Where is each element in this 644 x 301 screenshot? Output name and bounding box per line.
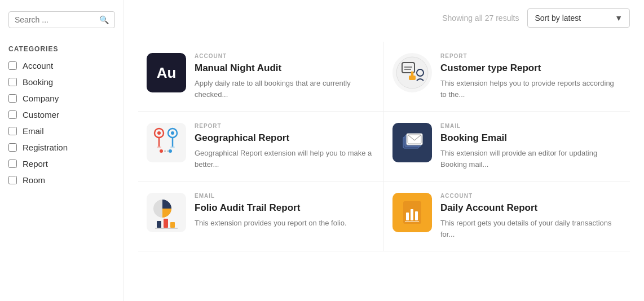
product-name-geographical-report[interactable]: Geographical Report [195, 132, 375, 144]
svg-point-16 [169, 149, 172, 153]
svg-rect-29 [415, 211, 418, 220]
category-checkbox-report[interactable] [8, 160, 17, 168]
search-icon: 🔍 [99, 15, 109, 24]
svg-point-7 [157, 131, 161, 135]
product-grid: AuACCOUNTManual Night AuditApply daily r… [138, 42, 630, 251]
icon-daily-account [392, 193, 432, 232]
categories-list: AccountBookingCompanyCustomerEmailRegist… [8, 61, 115, 185]
product-category-geographical-report: REPORT [195, 123, 375, 129]
product-desc-booking-email: This extension will provide an editor fo… [440, 148, 621, 170]
search-box: 🔍 [8, 11, 115, 28]
results-count: Showing all 27 results [442, 14, 519, 23]
product-desc-daily-account-report: This report gets you details of your dai… [440, 218, 621, 240]
product-info-folio-audit-trail: EMAILFolio Audit Trail ReportThis extens… [195, 193, 375, 229]
svg-rect-24 [170, 222, 175, 228]
icon-booking-email [392, 123, 432, 162]
product-info-customer-type-report: REPORTCustomer type ReportThis extension… [440, 53, 621, 100]
category-label-registration: Registration [23, 143, 68, 152]
svg-point-9 [157, 147, 161, 148]
icon-au: Au [147, 53, 186, 92]
svg-rect-27 [406, 213, 409, 220]
svg-rect-28 [411, 209, 413, 220]
product-info-daily-account-report: ACCOUNTDaily Account ReportThis report g… [440, 193, 621, 240]
product-card-daily-account-report[interactable]: ACCOUNTDaily Account ReportThis report g… [384, 182, 630, 251]
product-desc-folio-audit-trail: This extension provides you report on th… [195, 218, 375, 229]
product-desc-manual-night-audit: Apply daily rate to all bookings that ar… [195, 78, 375, 100]
product-info-booking-email: EMAILBooking EmailThis extension will pr… [440, 123, 621, 170]
svg-rect-23 [164, 219, 168, 228]
product-name-daily-account-report[interactable]: Daily Account Report [440, 202, 621, 214]
sort-select[interactable]: Sort by latest ▼ [527, 8, 630, 28]
product-card-booking-email[interactable]: EMAILBooking EmailThis extension will pr… [384, 112, 630, 182]
product-category-customer-type-report: REPORT [440, 53, 621, 59]
category-label-booking: Booking [23, 77, 53, 87]
svg-point-13 [170, 147, 175, 148]
product-name-manual-night-audit[interactable]: Manual Night Audit [195, 62, 375, 74]
category-label-report: Report [23, 159, 48, 169]
product-desc-customer-type-report: This extension helps you to provide repo… [440, 78, 621, 100]
product-name-folio-audit-trail[interactable]: Folio Audit Trail Report [195, 202, 375, 214]
category-checkbox-registration[interactable] [8, 143, 17, 152]
category-label-email: Email [23, 126, 44, 136]
svg-rect-22 [157, 221, 161, 228]
category-item-email[interactable]: Email [8, 126, 115, 136]
category-checkbox-account[interactable] [8, 61, 17, 70]
category-item-room[interactable]: Room [8, 175, 115, 185]
product-category-folio-audit-trail: EMAIL [195, 193, 375, 199]
category-item-booking[interactable]: Booking [8, 77, 115, 87]
category-checkbox-company[interactable] [8, 94, 17, 103]
icon-geo-report [147, 123, 186, 162]
product-info-geographical-report: REPORTGeographical ReportGeographical Re… [195, 123, 375, 170]
search-input[interactable] [15, 15, 99, 24]
sort-label: Sort by latest [535, 14, 581, 23]
product-desc-geographical-report: Geographical Report extension will help … [195, 148, 375, 170]
category-label-company: Company [23, 94, 59, 103]
top-bar: Showing all 27 results Sort by latest ▼ [138, 8, 630, 28]
main-content: Showing all 27 results Sort by latest ▼ … [124, 0, 644, 301]
category-item-company[interactable]: Company [8, 94, 115, 103]
product-card-customer-type-report[interactable]: REPORTCustomer type ReportThis extension… [384, 42, 630, 112]
category-label-customer: Customer [23, 110, 59, 119]
svg-point-15 [160, 149, 163, 153]
category-checkbox-email[interactable] [8, 127, 17, 135]
category-item-registration[interactable]: Registration [8, 143, 115, 152]
product-name-customer-type-report[interactable]: Customer type Report [440, 62, 621, 74]
product-card-manual-night-audit[interactable]: AuACCOUNTManual Night AuditApply daily r… [138, 42, 384, 112]
icon-customer-report [392, 53, 432, 92]
product-info-manual-night-audit: ACCOUNTManual Night AuditApply daily rat… [195, 53, 375, 100]
icon-folio-audit [147, 193, 186, 232]
category-item-report[interactable]: Report [8, 159, 115, 169]
category-item-account[interactable]: Account [8, 61, 115, 70]
category-checkbox-booking[interactable] [8, 78, 17, 86]
product-name-booking-email[interactable]: Booking Email [440, 132, 621, 144]
product-category-daily-account-report: ACCOUNT [440, 193, 621, 199]
product-category-manual-night-audit: ACCOUNT [195, 53, 375, 59]
svg-rect-4 [409, 76, 416, 80]
categories-label: CATEGORIES [8, 45, 115, 53]
category-checkbox-customer[interactable] [8, 110, 17, 119]
category-checkbox-room[interactable] [8, 176, 17, 184]
category-label-account: Account [23, 61, 53, 70]
chevron-down-icon: ▼ [615, 14, 623, 23]
category-label-room: Room [23, 175, 45, 185]
product-card-folio-audit-trail[interactable]: EMAILFolio Audit Trail ReportThis extens… [138, 182, 384, 251]
sidebar: 🔍 CATEGORIES AccountBookingCompanyCustom… [0, 0, 124, 301]
svg-point-11 [171, 131, 174, 135]
product-category-booking-email: EMAIL [440, 123, 621, 129]
category-item-customer[interactable]: Customer [8, 110, 115, 119]
product-card-geographical-report[interactable]: REPORTGeographical ReportGeographical Re… [138, 112, 384, 182]
